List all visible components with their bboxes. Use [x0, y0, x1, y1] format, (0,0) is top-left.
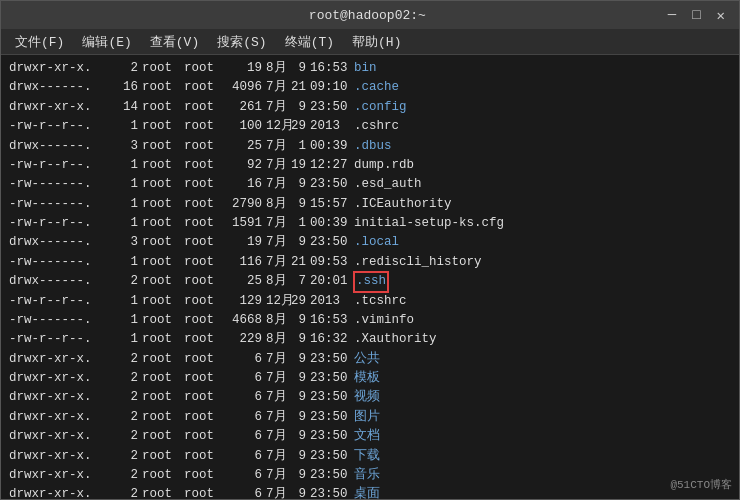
file-size: 6	[226, 447, 266, 466]
file-perms: drwxr-xr-x.	[9, 408, 114, 427]
table-row: -rw-------.1rootroot27908月915:57.ICEauth…	[9, 195, 731, 214]
menu-item-文件(F)[interactable]: 文件(F)	[7, 31, 72, 53]
file-links: 2	[114, 272, 142, 291]
file-time: 12:27	[308, 156, 354, 175]
file-perms: drwx------.	[9, 233, 114, 252]
file-time: 23:50	[308, 388, 354, 407]
file-day: 9	[288, 466, 308, 485]
menu-item-查看(V)[interactable]: 查看(V)	[142, 31, 207, 53]
file-perms: -rw-------.	[9, 253, 114, 272]
file-perms: -rw-------.	[9, 175, 114, 194]
file-owner: root	[142, 117, 184, 136]
file-time: 23:50	[308, 98, 354, 117]
file-day: 9	[288, 369, 308, 388]
file-name: .ICEauthority	[354, 195, 452, 214]
file-name: bin	[354, 59, 377, 78]
maximize-button[interactable]: □	[688, 7, 704, 23]
file-owner: root	[142, 78, 184, 97]
file-month: 7月	[266, 78, 288, 97]
file-month: 7月	[266, 369, 288, 388]
table-row: drwxr-xr-x.2rootroot67月923:50音乐	[9, 466, 731, 485]
menu-item-帮助(H)[interactable]: 帮助(H)	[344, 31, 409, 53]
file-time: 23:50	[308, 466, 354, 485]
file-name: 文档	[354, 427, 380, 446]
file-name: initial-setup-ks.cfg	[354, 214, 504, 233]
file-links: 2	[114, 59, 142, 78]
menu-item-搜索(S)[interactable]: 搜索(S)	[209, 31, 274, 53]
window-controls[interactable]: ─ □ ✕	[664, 7, 729, 24]
file-size: 19	[226, 233, 266, 252]
file-links: 1	[114, 214, 142, 233]
file-name: .ssh	[354, 272, 388, 291]
file-perms: drwxr-xr-x.	[9, 59, 114, 78]
file-month: 8月	[266, 330, 288, 349]
file-month: 8月	[266, 195, 288, 214]
table-row: -rw-r--r--.1rootroot2298月916:32.Xauthori…	[9, 330, 731, 349]
file-group: root	[184, 272, 226, 291]
table-row: drwx------.16rootroot40967月2109:10.cache	[9, 78, 731, 97]
file-day: 29	[288, 292, 308, 311]
table-row: -rw-------.1rootroot167月923:50.esd_auth	[9, 175, 731, 194]
file-month: 12月	[266, 117, 288, 136]
file-group: root	[184, 485, 226, 499]
file-time: 16:32	[308, 330, 354, 349]
file-name: 图片	[354, 408, 380, 427]
file-owner: root	[142, 59, 184, 78]
file-perms: -rw-------.	[9, 311, 114, 330]
file-links: 3	[114, 233, 142, 252]
file-day: 9	[288, 350, 308, 369]
file-day: 9	[288, 408, 308, 427]
file-month: 7月	[266, 388, 288, 407]
file-group: root	[184, 311, 226, 330]
table-row: -rw-r--r--.1rootroot10012月292013.cshrc	[9, 117, 731, 136]
table-row: -rw-r--r--.1rootroot12912月292013.tcshrc	[9, 292, 731, 311]
file-size: 6	[226, 408, 266, 427]
menu-item-编辑(E)[interactable]: 编辑(E)	[74, 31, 139, 53]
file-size: 261	[226, 98, 266, 117]
file-time: 16:53	[308, 59, 354, 78]
file-perms: -rw-r--r--.	[9, 156, 114, 175]
minimize-button[interactable]: ─	[664, 7, 680, 23]
file-owner: root	[142, 156, 184, 175]
file-owner: root	[142, 253, 184, 272]
file-size: 2790	[226, 195, 266, 214]
menu-item-终端(T)[interactable]: 终端(T)	[277, 31, 342, 53]
table-row: drwx------.2rootroot258月720:01.ssh	[9, 272, 731, 291]
file-owner: root	[142, 233, 184, 252]
file-perms: drwxr-xr-x.	[9, 427, 114, 446]
file-owner: root	[142, 369, 184, 388]
file-links: 14	[114, 98, 142, 117]
file-time: 16:53	[308, 311, 354, 330]
file-size: 6	[226, 427, 266, 446]
table-row: -rw-r--r--.1rootroot15917月100:39initial-…	[9, 214, 731, 233]
file-time: 09:10	[308, 78, 354, 97]
file-time: 15:57	[308, 195, 354, 214]
close-button[interactable]: ✕	[713, 7, 729, 24]
file-month: 7月	[266, 156, 288, 175]
terminal-content: drwxr-xr-x.2rootroot198月916:53bindrwx---…	[1, 55, 739, 499]
file-name: dump.rdb	[354, 156, 414, 175]
file-links: 1	[114, 292, 142, 311]
file-day: 9	[288, 388, 308, 407]
file-perms: drwxr-xr-x.	[9, 369, 114, 388]
table-row: drwxr-xr-x.2rootroot67月923:50文档	[9, 427, 731, 446]
file-owner: root	[142, 175, 184, 194]
file-links: 2	[114, 369, 142, 388]
table-row: -rw-r--r--.1rootroot927月1912:27dump.rdb	[9, 156, 731, 175]
file-group: root	[184, 137, 226, 156]
file-group: root	[184, 292, 226, 311]
file-day: 9	[288, 233, 308, 252]
table-row: -rw-------.1rootroot1167月2109:53.rediscl…	[9, 253, 731, 272]
file-perms: -rw-r--r--.	[9, 330, 114, 349]
file-group: root	[184, 98, 226, 117]
table-row: drwxr-xr-x.2rootroot67月923:50视频	[9, 388, 731, 407]
file-name: .tcshrc	[354, 292, 407, 311]
file-perms: drwx------.	[9, 78, 114, 97]
file-size: 6	[226, 350, 266, 369]
file-size: 16	[226, 175, 266, 194]
file-day: 21	[288, 253, 308, 272]
file-group: root	[184, 156, 226, 175]
file-size: 19	[226, 59, 266, 78]
file-perms: drwxr-xr-x.	[9, 485, 114, 499]
file-time: 00:39	[308, 137, 354, 156]
